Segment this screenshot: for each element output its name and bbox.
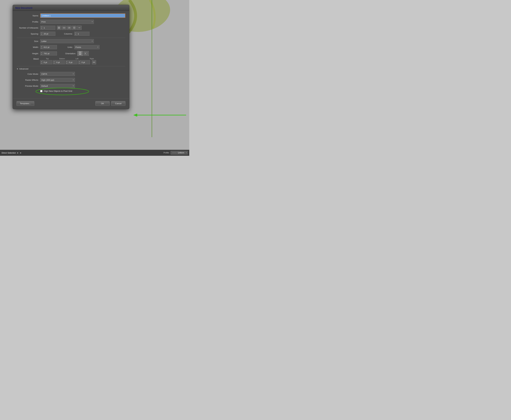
color-mode-select-wrapper: CMYK RGB [40,72,75,76]
svg-rect-23 [93,62,94,63]
profile-select[interactable]: Print Web Mobile [40,20,94,24]
color-mode-select[interactable]: CMYK RGB [40,72,75,76]
dropdown-chevron: ▼ [185,152,187,154]
bleed-left-label: Left [70,58,84,60]
svg-rect-14 [74,28,75,29]
profile-label: Profile: [16,21,39,23]
width-input[interactable] [43,45,57,49]
height-spinner: ▲ ▼ [40,51,57,55]
dialog-separator [13,98,129,99]
bleed-spinners-row: ▲▼ ▲▼ ▲▼ ▲▼ [40,60,99,64]
width-spinner-btn[interactable]: ▲ ▼ [40,45,43,49]
svg-marker-16 [80,27,80,28]
bleed-left-up[interactable]: ▲▼ [65,60,68,64]
raster-label: Raster Effects: [16,79,39,81]
raster-select[interactable]: High (300 ppi) Medium (150 ppi) Low (72 … [40,78,75,82]
portrait-button[interactable] [77,51,83,56]
bleed-bottom-input[interactable] [55,60,65,64]
svg-point-18 [79,52,81,53]
svg-rect-11 [69,27,70,28]
bleed-left-input[interactable] [68,60,77,64]
chain-lock-button[interactable] [92,60,96,64]
arrange-row-icon[interactable] [62,26,66,30]
profile-dropdown-bottom[interactable]: Uniform ▼ [171,151,188,155]
svg-rect-8 [63,27,64,28]
direct-selection-text: Direct Selection [2,152,16,154]
arrange-arrow-icon[interactable] [77,26,82,30]
bleed-right-input[interactable] [81,60,90,64]
raster-select-wrapper: High (300 ppi) Medium (150 ppi) Low (72 … [40,78,75,82]
advanced-toggle[interactable]: ▼ [16,68,18,70]
bleed-top-up[interactable]: ▲▼ [40,60,43,64]
spacing-columns-row: Spacing: ▲ ▼ Columns: ▲ ▼ [16,32,125,36]
name-input[interactable] [40,13,125,18]
align-checkbox[interactable] [40,90,42,92]
prev-arrow[interactable]: ◀ [20,152,21,154]
artboards-spinner-btn[interactable]: ▲ ▼ [40,26,43,30]
height-spinner-btn[interactable]: ▲ ▼ [40,51,43,55]
svg-rect-13 [74,27,75,28]
color-mode-row: Color Mode: CMYK RGB [16,72,125,76]
landscape-button[interactable] [84,51,89,56]
bleed-inputs-container: Top Bottom Left Right ▲▼ ▲▼ ▲▼ [40,58,99,64]
width-label: Width: [16,46,39,48]
profile-row: Profile: Print Web Mobile [16,20,125,24]
bottom-bar-right: Profile: Uniform ▼ [164,151,188,155]
preview-mode-row: Preview Mode: Default Pixel Overprint [16,84,125,88]
artboards-row: Number of Artboards: ▲ ▼ [16,26,125,30]
size-row: Size: Letter A4 Legal Tabloid [16,39,125,43]
size-label: Size: [16,40,39,42]
advanced-label: Advanced [19,68,28,70]
align-checkbox-row: Align New Objects to Pixel Grid [16,90,125,92]
artboards-spinner: ▲ ▼ [40,26,55,30]
profile-label-bottom: Profile: [164,152,169,154]
ok-cancel-group: OK Cancel [95,101,125,106]
height-input[interactable] [43,51,57,55]
svg-rect-7 [59,28,60,29]
bleed-top-label: Top [40,58,54,60]
arrange-horizontal-icon[interactable] [67,26,71,30]
columns-label: Columns: [60,33,73,35]
columns-input[interactable] [77,32,89,36]
width-spinner: ▲ ▼ [40,45,57,49]
arrange-grid-icon[interactable] [57,26,61,30]
orientation-label: Orientation: [62,52,76,55]
width-units-row: Width: ▲ ▼ Units: Points Pixels Inches M… [16,45,125,49]
templates-button[interactable]: Templates... [16,101,34,106]
preview-select[interactable]: Default Pixel Overprint [40,84,75,88]
dialog-title: New Document [15,7,32,9]
dialog-titlebar: New Document [13,5,129,11]
spacing-label: Spacing: [16,33,39,35]
columns-spinner-btn[interactable]: ▲ ▼ [74,32,77,36]
spacing-spinner-btn[interactable]: ▲ ▼ [40,32,43,36]
units-select[interactable]: Points Pixels Inches Millimeters [74,45,99,49]
dialog-footer: Templates... OK Cancel [13,99,129,106]
align-checkbox-label[interactable]: Align New Objects to Pixel Grid [44,90,72,92]
size-select[interactable]: Letter A4 Legal Tabloid [40,39,94,43]
svg-marker-3 [133,113,137,117]
up-arrow: ▲ [41,26,42,27]
bleed-bottom-up[interactable]: ▲▼ [53,60,55,64]
preview-mode-label: Preview Mode: [16,85,39,87]
units-select-wrapper: Points Pixels Inches Millimeters [74,45,99,49]
bleed-row: Bleed Top Bottom Left Right ▲▼ ▲▼ [16,58,125,64]
cancel-button[interactable]: Cancel [111,101,125,106]
name-label: Name: [16,15,39,17]
bleed-labels-row: Top Bottom Left Right [40,58,99,60]
arrange-vertical-icon[interactable] [72,26,76,30]
svg-rect-5 [59,27,60,28]
down-icon: ▼ [41,34,42,35]
up-icon: ▲ [41,32,42,33]
artboards-input[interactable] [43,26,55,30]
spacing-input[interactable] [43,32,55,36]
svg-rect-24 [94,62,95,63]
spacing-spinner: ▲ ▼ [40,32,55,36]
bleed-bottom-label: Bottom [55,58,69,60]
bleed-bottom-spinner: ▲▼ [53,60,65,64]
bleed-top-input[interactable] [43,60,52,64]
bleed-right-up[interactable]: ▲▼ [78,60,81,64]
ok-button[interactable]: OK [95,101,110,106]
svg-rect-22 [85,53,86,54]
artboards-label: Number of Artboards: [16,27,39,29]
next-arrow[interactable]: ▶ [17,152,18,154]
